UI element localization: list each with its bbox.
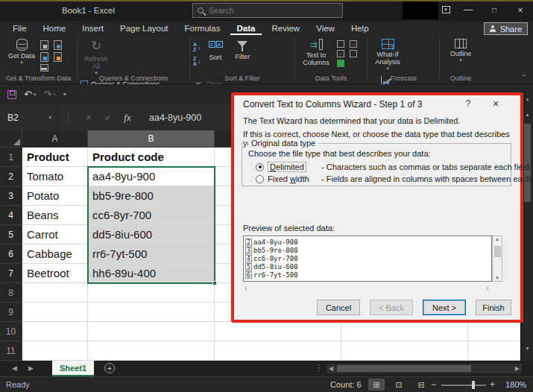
cell-a10[interactable] bbox=[22, 322, 88, 341]
redo-button[interactable]: ↷▾ bbox=[43, 89, 55, 100]
data-preview-box[interactable]: 2aa4-8yu-900 3bb5-9re-800 4cc6-8yr-700 5… bbox=[243, 235, 492, 282]
zoom-out-button[interactable]: − bbox=[431, 379, 436, 390]
confirm-entry-button[interactable]: ✓ bbox=[98, 113, 118, 123]
cell-a11[interactable] bbox=[22, 341, 88, 361]
cell-b5[interactable]: dd5-8iu-600 bbox=[88, 225, 215, 244]
sort-button[interactable]: ZA Sort bbox=[204, 36, 227, 73]
tab-data[interactable]: Data bbox=[230, 22, 262, 35]
row-header-2[interactable]: 2 bbox=[0, 167, 22, 186]
cell-a2[interactable]: Tomato bbox=[22, 167, 88, 186]
preview-scroll-down-icon[interactable]: ▼ bbox=[493, 276, 502, 280]
cell-a1[interactable]: Product bbox=[22, 148, 88, 167]
share-button[interactable]: Share bbox=[484, 22, 528, 35]
tab-file[interactable]: File bbox=[6, 22, 34, 35]
dialog-help-button[interactable]: ? bbox=[462, 98, 474, 109]
delimited-label[interactable]: Delimited bbox=[268, 162, 306, 172]
cell-a4[interactable]: Beans bbox=[22, 206, 88, 225]
text-to-columns-button[interactable]: ⇉ Text to Columns bbox=[298, 36, 334, 73]
tab-view[interactable]: View bbox=[309, 22, 341, 35]
cell-b6[interactable]: rr6-7yt-500 bbox=[88, 244, 215, 264]
row-header-3[interactable]: 3 bbox=[0, 186, 22, 206]
finish-button[interactable]: Finish bbox=[476, 300, 511, 315]
existing-connections-icon[interactable] bbox=[54, 52, 62, 62]
status-count[interactable]: Count: 6 bbox=[330, 380, 362, 389]
cell-a8[interactable] bbox=[22, 283, 88, 303]
cell-b1[interactable]: Product code bbox=[88, 148, 215, 167]
scroll-left-icon[interactable]: ◀ bbox=[329, 365, 333, 372]
cancel-button[interactable]: Cancel bbox=[317, 300, 360, 315]
zoom-slider-thumb[interactable] bbox=[472, 381, 475, 389]
get-data-button[interactable]: Get Data ▾ bbox=[6, 36, 37, 73]
minimize-button[interactable]: — bbox=[460, 0, 476, 19]
sheet-nav-right-icon[interactable]: ▶ bbox=[28, 364, 34, 372]
row-header-1[interactable]: 1 bbox=[0, 148, 22, 167]
cell-d10[interactable] bbox=[341, 322, 468, 341]
filter-button[interactable]: Filter bbox=[230, 36, 255, 73]
formula-bar-value[interactable]: aa4-8yu-900 bbox=[149, 113, 201, 123]
cell-a9[interactable] bbox=[22, 303, 88, 322]
scroll-right-icon[interactable]: ▶ bbox=[515, 365, 520, 372]
preview-scroll-right-icon[interactable]: › bbox=[486, 284, 488, 292]
from-text-csv-icon[interactable] bbox=[40, 40, 48, 50]
cell-b2-active[interactable]: aa4-8yu-900 bbox=[88, 167, 215, 186]
preview-scroll-up-icon[interactable]: ▲ bbox=[493, 237, 502, 241]
consolidate-icon[interactable] bbox=[350, 50, 357, 57]
cell-a3[interactable]: Potato bbox=[22, 186, 88, 206]
preview-vertical-scrollbar[interactable]: ▲ ▼ bbox=[492, 235, 502, 282]
page-layout-view-button[interactable]: ⊡ bbox=[391, 379, 407, 391]
ribbon-display-options-button[interactable]: ▾ bbox=[438, 0, 454, 19]
close-button[interactable]: × bbox=[512, 0, 529, 19]
from-table-range-icon[interactable] bbox=[40, 64, 48, 72]
save-button[interactable] bbox=[7, 90, 16, 99]
from-web-icon[interactable] bbox=[40, 52, 48, 62]
scroll-down-icon[interactable]: ▼ bbox=[521, 346, 533, 351]
insert-function-button[interactable]: fx bbox=[118, 112, 137, 124]
tab-home[interactable]: Home bbox=[37, 22, 73, 35]
sort-ascending-button[interactable]: AZ↓ bbox=[193, 41, 201, 52]
collapse-ribbon-button[interactable]: ⌃ bbox=[521, 74, 527, 81]
zoom-in-button[interactable]: + bbox=[490, 379, 495, 390]
tab-page-layout[interactable]: Page Layout bbox=[113, 22, 175, 35]
horizontal-scrollbar[interactable]: ◀ ▶ bbox=[327, 364, 522, 373]
sort-descending-button[interactable]: ZA↓ bbox=[193, 55, 201, 66]
row-header-9[interactable]: 9 bbox=[0, 303, 22, 322]
row-header-6[interactable]: 6 bbox=[0, 244, 22, 264]
tab-insert[interactable]: Insert bbox=[75, 22, 110, 35]
name-box[interactable]: B2 ▾ bbox=[0, 104, 58, 130]
recent-sources-icon[interactable] bbox=[54, 40, 62, 50]
refresh-all-button[interactable]: ↻ Refresh All ▾ bbox=[81, 36, 112, 73]
cell-e11[interactable] bbox=[468, 341, 520, 361]
data-validation-icon[interactable]: ✓ bbox=[337, 50, 344, 57]
outline-button[interactable]: Outline ▾ bbox=[444, 36, 477, 73]
column-header-b[interactable]: B bbox=[88, 130, 215, 148]
row-header-8[interactable]: 8 bbox=[0, 283, 22, 303]
cell-b4[interactable]: cc6-8yr-700 bbox=[88, 206, 215, 225]
row-header-5[interactable]: 5 bbox=[0, 225, 22, 244]
row-header-4[interactable]: 4 bbox=[0, 206, 22, 225]
cell-c11[interactable] bbox=[215, 341, 341, 361]
cell-b3[interactable]: bb5-9re-800 bbox=[88, 186, 215, 206]
delimited-radio[interactable] bbox=[256, 163, 264, 171]
cell-a6[interactable]: Cabbage bbox=[22, 244, 88, 264]
cell-e10[interactable] bbox=[468, 322, 520, 341]
cell-a7[interactable]: Beetroot bbox=[22, 264, 88, 283]
column-header-a[interactable]: A bbox=[22, 130, 88, 148]
row-header-7[interactable]: 7 bbox=[0, 264, 22, 283]
search-input[interactable] bbox=[209, 6, 321, 15]
zoom-level[interactable]: 180% bbox=[505, 380, 526, 389]
manage-data-model-icon[interactable] bbox=[337, 60, 344, 67]
cell-d11[interactable] bbox=[341, 341, 468, 361]
cell-b7[interactable]: hh6-89u-400 bbox=[88, 264, 215, 283]
cell-b9[interactable] bbox=[88, 303, 215, 322]
undo-button[interactable]: ↶▾ bbox=[24, 89, 36, 100]
cell-a5[interactable]: Carrot bbox=[22, 225, 88, 244]
cell-b8[interactable] bbox=[88, 283, 215, 303]
dialog-close-button[interactable]: × bbox=[489, 98, 502, 110]
select-all-button[interactable] bbox=[0, 130, 22, 148]
formula-bar-handle[interactable]: ⋮ bbox=[58, 113, 79, 122]
cancel-entry-button[interactable]: × bbox=[79, 113, 98, 123]
zoom-slider-track[interactable] bbox=[441, 385, 486, 386]
cell-b10[interactable] bbox=[88, 322, 215, 341]
maximize-button[interactable]: □ bbox=[486, 0, 502, 19]
tab-help[interactable]: Help bbox=[344, 22, 376, 35]
